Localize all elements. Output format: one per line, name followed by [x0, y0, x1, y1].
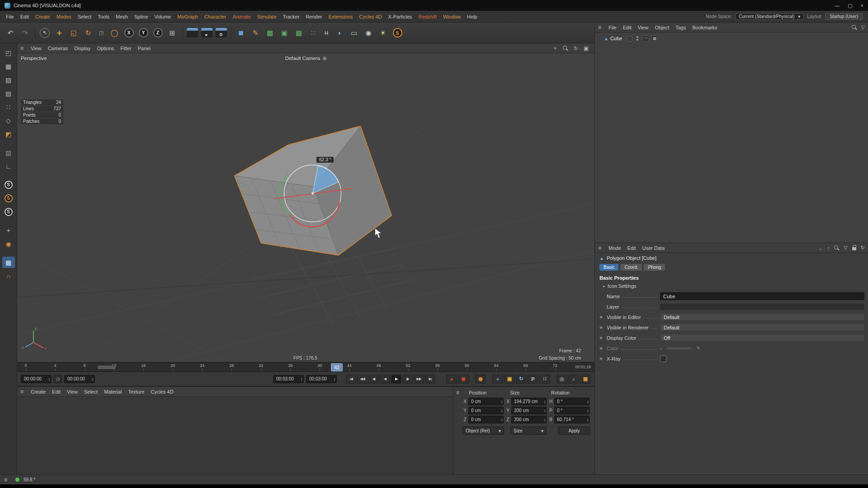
menu-item[interactable]: Volume: [151, 14, 175, 19]
cloner-button[interactable]: ∷: [307, 25, 320, 41]
grid-snap-button[interactable]: ▦: [2, 257, 15, 268]
prev-frame-button[interactable]: ◀|: [368, 375, 379, 384]
lock-z-axis-button[interactable]: Z: [151, 25, 165, 41]
apply-button[interactable]: Apply: [558, 427, 590, 435]
play-button[interactable]: ▶: [391, 375, 401, 384]
size-field[interactable]: 200 cm▴▾: [511, 416, 547, 423]
menu-item[interactable]: Redshift: [415, 14, 440, 19]
menu-item[interactable]: X-Particles: [385, 14, 415, 19]
edges-mode-button[interactable]: ◇: [2, 115, 15, 126]
timeline-current-field[interactable]: 00:00:00▴▾: [64, 375, 95, 383]
search-icon[interactable]: [834, 245, 840, 251]
filter-icon[interactable]: ▽: [844, 245, 847, 251]
filter-icon[interactable]: ▽: [861, 24, 865, 30]
last-used-tool[interactable]: ◳: [96, 25, 107, 41]
object-manager-menu-item[interactable]: File: [605, 25, 620, 30]
menu-item[interactable]: Mesh: [113, 14, 131, 19]
spinner[interactable]: ▴▾: [301, 377, 302, 381]
ruler-tick[interactable]: 36: [287, 362, 293, 371]
viewport-menu-item[interactable]: Options: [94, 46, 117, 51]
object-name[interactable]: Cube: [610, 36, 622, 41]
timeline-start-field[interactable]: 00:00:00▴▾: [21, 375, 52, 383]
icon-settings-group[interactable]: ▸ Icon Settings: [595, 282, 868, 290]
size-mode-select[interactable]: Size▾: [510, 427, 547, 435]
undo-button[interactable]: ↶: [4, 25, 17, 41]
position-field[interactable]: 0 cm▴▾: [468, 416, 504, 423]
camera-button[interactable]: ◉: [362, 25, 375, 41]
viewport-menu-item[interactable]: View: [28, 46, 45, 51]
keyframe-selection-button[interactable]: ◉: [475, 375, 486, 384]
record-pla-toggle[interactable]: ∷: [539, 375, 550, 384]
menu-item[interactable]: Extensions: [325, 14, 356, 19]
ruler-tick[interactable]: 4: [52, 362, 58, 371]
floor-button[interactable]: ▭: [347, 25, 361, 41]
next-frame-button[interactable]: |▶: [402, 375, 413, 384]
toolbar-divider[interactable]: [33, 25, 37, 41]
axis-modify-button[interactable]: +: [2, 225, 15, 236]
viewport-view-label[interactable]: Perspective: [21, 56, 47, 61]
record-keyframe-button[interactable]: ●: [446, 375, 457, 384]
autokey-button[interactable]: ◉: [458, 375, 469, 384]
attribute-empty-field[interactable]: [660, 304, 864, 310]
menu-item[interactable]: Spline: [131, 14, 151, 19]
material-menu-item[interactable]: Select: [81, 389, 101, 394]
ruler-tick[interactable]: 68: [523, 362, 529, 371]
node-space-select[interactable]: Current (Standard/Physical)▾: [735, 13, 804, 20]
make-editable-button[interactable]: ◰: [2, 47, 15, 58]
add-cube-button[interactable]: ■: [234, 25, 248, 41]
menu-item[interactable]: Character: [201, 14, 229, 19]
ruler-tick[interactable]: 52: [405, 362, 411, 371]
position-field[interactable]: 0 cm▴▾: [468, 407, 504, 414]
rotate-band-tool[interactable]: ◯: [108, 25, 121, 41]
next-key-button[interactable]: ▶▶: [414, 375, 424, 384]
menu-item[interactable]: Render: [302, 14, 325, 19]
attribute-color-control[interactable]: ›✎: [660, 346, 864, 351]
move-tool[interactable]: +: [52, 25, 66, 41]
ruler-tick[interactable]: 44: [346, 362, 353, 371]
attribute-dropdown[interactable]: Off: [660, 334, 864, 342]
camera-label[interactable]: Default Camera⊞: [285, 56, 326, 61]
viewport-menu-icon[interactable]: ≡: [20, 45, 24, 52]
material-menu-item[interactable]: Cycles 4D: [147, 389, 176, 394]
points-mode-button[interactable]: ∷: [2, 101, 15, 113]
ruler-tick[interactable]: 28: [228, 362, 235, 371]
live-selection-tool[interactable]: ↖: [38, 25, 52, 41]
bend-deformer-button[interactable]: ◗: [333, 25, 346, 41]
object-manager-menu-icon[interactable]: ≡: [598, 24, 601, 31]
playhead[interactable]: 42: [331, 363, 343, 371]
phong-tag-icon[interactable]: ◠: [642, 35, 649, 42]
ruler-tick[interactable]: 8: [81, 362, 88, 371]
uvw-tag-icon[interactable]: ▦: [651, 35, 658, 42]
object-tree[interactable]: ▲ Cube ◠ ▦: [595, 33, 868, 243]
material-menu-item[interactable]: Edit: [49, 389, 64, 394]
maximize-button[interactable]: ▢: [848, 3, 852, 9]
ruler-tick[interactable]: 24: [199, 362, 205, 371]
attribute-dropdown[interactable]: Default: [660, 313, 864, 321]
ruler-tick[interactable]: 20: [170, 362, 176, 371]
subdivision-surface-button[interactable]: ▩: [263, 25, 277, 41]
toolbar-divider[interactable]: [180, 25, 184, 41]
position-field[interactable]: 0 cm▴▾: [468, 398, 504, 405]
material-menu-item[interactable]: View: [64, 389, 81, 394]
menu-item[interactable]: Edit: [17, 14, 32, 19]
menu-item[interactable]: Modes: [53, 14, 75, 19]
menu-item[interactable]: Tools: [94, 14, 113, 19]
attribute-input[interactable]: Cube: [660, 292, 864, 300]
material-list-area[interactable]: [17, 397, 453, 474]
up-icon[interactable]: ↑: [827, 245, 830, 251]
keyframe-toggle[interactable]: ◉: [599, 336, 607, 340]
ruler-tick[interactable]: 40: [316, 362, 323, 371]
menu-item[interactable]: Cycles 4D: [356, 14, 385, 19]
pan-view-button[interactable]: +: [554, 45, 557, 52]
menu-item[interactable]: Select: [75, 14, 95, 19]
viewport-menu-item[interactable]: Filter: [117, 46, 134, 51]
menu-item[interactable]: Help: [464, 14, 481, 19]
redo-button[interactable]: ↷: [18, 25, 32, 41]
menu-item[interactable]: Window: [440, 14, 464, 19]
ruler-tick[interactable]: 0: [23, 362, 29, 371]
color-swatch[interactable]: [666, 347, 692, 350]
menu-item[interactable]: Create: [32, 14, 53, 19]
lock-x-axis-button[interactable]: X: [122, 25, 136, 41]
timeline-duration-field[interactable]: 00:03:00▴▾: [306, 375, 337, 383]
object-manager-menu-item[interactable]: Tags: [672, 25, 689, 30]
